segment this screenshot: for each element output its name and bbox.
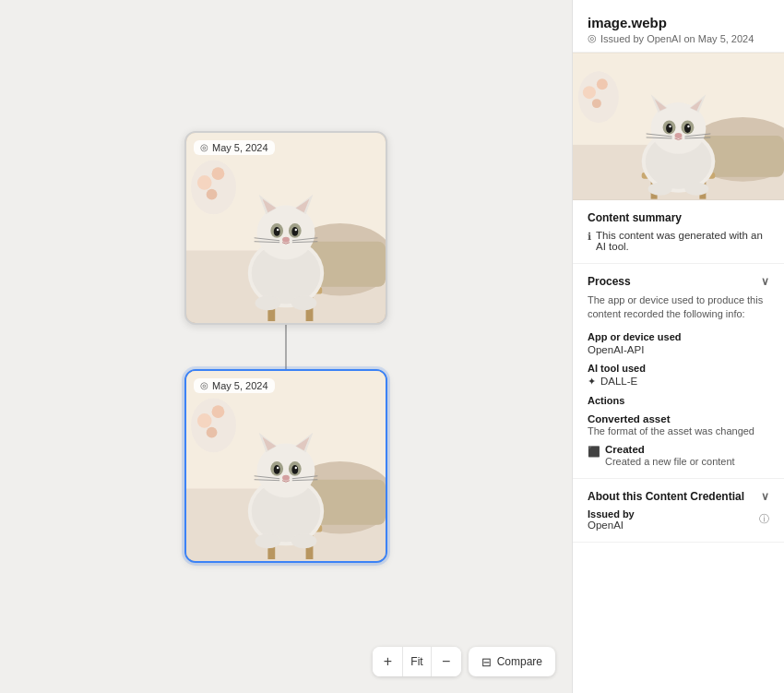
process-chevron[interactable]: ∨: [761, 275, 769, 288]
sidebar-preview: [573, 53, 784, 200]
content-summary-text: This content was generated with an AI to…: [596, 230, 769, 252]
date-badge-2: ◎ May 5, 2024: [194, 378, 275, 393]
cat-image-2: [186, 371, 386, 561]
issued-by-info-icon[interactable]: ⓘ: [759, 512, 769, 526]
ai-tool-value: ✦ DALL-E: [588, 376, 769, 388]
about-chevron[interactable]: ∨: [761, 490, 769, 503]
svg-point-20: [274, 227, 280, 236]
svg-point-82: [666, 124, 672, 133]
compare-icon: ⊟: [481, 655, 492, 669]
ai-tool-label: AI tool used: [588, 363, 769, 374]
process-title: Process ∨: [588, 275, 769, 288]
svg-point-7: [207, 188, 218, 199]
svg-point-66: [578, 71, 619, 123]
svg-point-36: [197, 413, 212, 428]
about-title: About this Content Credential ∨: [588, 490, 769, 503]
zoom-in-button[interactable]: +: [373, 647, 402, 676]
about-section: About this Content Credential ∨ Issued b…: [573, 479, 784, 543]
svg-point-29: [255, 295, 280, 310]
canvas-toolbar: + Fit − ⊟ Compare: [373, 647, 555, 676]
svg-point-54: [295, 466, 297, 468]
issued-by-label: Issued by: [588, 508, 635, 520]
svg-point-61: [291, 533, 316, 548]
node2-date: May 5, 2024: [212, 380, 268, 391]
svg-point-92: [684, 183, 708, 196]
preview-svg: [573, 53, 784, 200]
process-section: Process ∨ The app or device used to prod…: [573, 264, 784, 479]
svg-point-53: [277, 466, 279, 468]
svg-point-67: [583, 86, 596, 99]
created-action: ⬛ Created Created a new file or content: [588, 444, 769, 467]
svg-point-44: [257, 443, 315, 497]
svg-point-83: [684, 124, 691, 133]
svg-point-68: [597, 78, 608, 90]
compare-label: Compare: [497, 655, 542, 668]
image-node-2[interactable]: ◎ May 5, 2024: [184, 369, 387, 563]
converted-asset-action: Converted asset The format of the asset …: [588, 413, 769, 436]
sidebar-subtitle-text: Issued by OpenAI on May 5, 2024: [600, 33, 754, 44]
svg-point-5: [197, 175, 212, 190]
svg-point-4: [191, 160, 236, 214]
credential-icon-2: ◎: [200, 380, 208, 390]
issued-by-row: Issued by OpenAI ⓘ: [588, 508, 769, 531]
actions-label: Actions: [588, 395, 769, 406]
created-desc: Created a new file or content: [605, 456, 735, 467]
info-icon: ℹ: [588, 231, 591, 243]
credential-icon-1: ◎: [200, 142, 208, 152]
sidebar-header: image.webp ◎ Issued by OpenAI on May 5, …: [573, 0, 784, 53]
canvas-inner: ◎ May 5, 2024: [129, 79, 443, 615]
svg-point-84: [669, 125, 671, 127]
cat-svg-2: [186, 371, 386, 561]
dalle-icon: ✦: [588, 376, 596, 388]
credential-badge-icon: ◎: [588, 32, 597, 44]
svg-point-91: [648, 183, 672, 196]
svg-point-85: [687, 125, 689, 127]
process-description: The app or device used to produce this c…: [588, 293, 769, 322]
svg-point-55: [282, 474, 290, 480]
canvas-area: ◎ May 5, 2024: [0, 0, 572, 693]
created-icon: ⬛: [588, 446, 600, 458]
issued-by-value: OpenAI: [588, 520, 635, 531]
svg-point-21: [291, 227, 298, 236]
svg-point-23: [295, 228, 297, 230]
sidebar-subtitle: ◎ Issued by OpenAI on May 5, 2024: [588, 32, 769, 44]
date-badge-1: ◎ May 5, 2024: [194, 140, 275, 155]
svg-point-38: [207, 426, 218, 437]
app-label: App or device used: [588, 331, 769, 342]
svg-point-35: [191, 398, 236, 452]
svg-point-6: [212, 167, 225, 180]
cat-image-1: [186, 133, 386, 323]
sidebar-title: image.webp: [588, 15, 769, 30]
svg-point-22: [277, 228, 279, 230]
image-node-1[interactable]: ◎ May 5, 2024: [184, 131, 387, 325]
svg-point-37: [212, 405, 225, 418]
svg-point-60: [255, 533, 280, 548]
svg-point-13: [257, 205, 315, 259]
svg-point-52: [291, 465, 298, 474]
node-connector: [285, 325, 287, 369]
svg-point-86: [675, 133, 683, 138]
svg-point-51: [274, 465, 280, 474]
svg-point-24: [282, 236, 290, 242]
svg-point-30: [291, 295, 316, 310]
app-value: OpenAI-API: [588, 344, 769, 355]
content-summary-title: Content summary: [588, 211, 769, 224]
fit-button[interactable]: Fit: [402, 647, 431, 676]
converted-asset-label: Converted asset: [588, 413, 769, 424]
zoom-controls: + Fit −: [373, 647, 460, 676]
zoom-out-button[interactable]: −: [432, 647, 461, 676]
cat-svg-1: [186, 133, 386, 323]
svg-point-69: [592, 99, 601, 108]
sidebar: image.webp ◎ Issued by OpenAI on May 5, …: [572, 0, 784, 693]
content-summary-section: Content summary ℹ This content was gener…: [573, 200, 784, 264]
compare-button[interactable]: ⊟ Compare: [469, 647, 555, 676]
content-summary-info: ℹ This content was generated with an AI …: [588, 230, 769, 252]
converted-asset-desc: The format of the asset was changed: [588, 425, 769, 436]
node1-date: May 5, 2024: [212, 142, 268, 153]
created-label: Created: [605, 444, 735, 455]
